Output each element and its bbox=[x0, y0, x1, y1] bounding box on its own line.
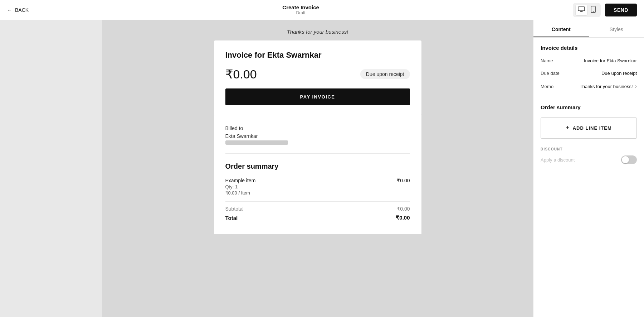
total-row: Total ₹0.00 bbox=[225, 215, 410, 221]
send-button[interactable]: SEND bbox=[605, 4, 637, 16]
topbar-right: SEND bbox=[573, 3, 637, 17]
detail-row-due-date: Due date Due upon receipt bbox=[541, 71, 637, 76]
desktop-view-button[interactable] bbox=[576, 5, 587, 15]
memo-value: Thanks for your business! bbox=[580, 84, 633, 89]
total-value: ₹0.00 bbox=[396, 215, 410, 221]
invoice-amount: ₹0.00 bbox=[225, 67, 257, 81]
main-layout: Thanks for your business! Invoice for Ek… bbox=[0, 20, 644, 317]
order-summary-section: Order summary Example item Qty: 1 ₹0.00 … bbox=[225, 162, 410, 221]
mobile-view-button[interactable] bbox=[589, 4, 598, 16]
page-subtitle: Draft bbox=[282, 10, 319, 15]
total-label: Total bbox=[225, 215, 238, 221]
billed-to-label: Billed to bbox=[225, 125, 410, 131]
panel-divider bbox=[541, 97, 637, 97]
add-line-item-label: ADD LINE ITEM bbox=[573, 125, 612, 131]
plus-icon: + bbox=[566, 124, 570, 132]
left-gutter bbox=[0, 20, 102, 317]
invoice-title: Invoice for Ekta Swarnkar bbox=[225, 51, 410, 60]
discount-section: DISCOUNT Apply a discount bbox=[541, 147, 637, 164]
add-line-item-button[interactable]: + ADD LINE ITEM bbox=[541, 117, 637, 139]
panel-content: Invoice details Name Invoice for Ekta Sw… bbox=[533, 38, 644, 317]
line-item-info: Example item Qty: 1 ₹0.00 / Item bbox=[225, 178, 256, 196]
item-name: Example item bbox=[225, 178, 256, 183]
discount-section-label: DISCOUNT bbox=[541, 147, 637, 151]
detail-row-name: Name Invoice for Ekta Swarnkar bbox=[541, 58, 637, 63]
memo-chevron-icon: › bbox=[635, 83, 637, 90]
billed-section: Billed to Ekta Swarnkar bbox=[225, 125, 410, 154]
due-date-value: Due upon receipt bbox=[601, 71, 637, 76]
discount-toggle[interactable] bbox=[621, 155, 637, 164]
right-panel: Content Styles Invoice details Name Invo… bbox=[533, 20, 644, 317]
topbar: ← BACK Create Invoice Draft SEND bbox=[0, 0, 644, 20]
back-arrow-icon: ← bbox=[7, 7, 12, 13]
invoice-details-title: Invoice details bbox=[541, 45, 637, 51]
tab-styles[interactable]: Styles bbox=[589, 20, 644, 37]
thanks-banner: Thanks for your business! bbox=[153, 20, 482, 40]
billed-email-blur bbox=[225, 140, 288, 145]
topbar-center: Create Invoice Draft bbox=[282, 4, 319, 15]
discount-row: Apply a discount bbox=[541, 155, 637, 164]
subtotal-label: Subtotal bbox=[225, 206, 244, 212]
svg-point-2 bbox=[593, 11, 594, 12]
invoice-card: Invoice for Ekta Swarnkar ₹0.00 Due upon… bbox=[214, 40, 421, 115]
line-item-total: ₹0.00 bbox=[397, 178, 410, 183]
invoice-amount-row: ₹0.00 Due upon receipt bbox=[225, 67, 410, 81]
page-title: Create Invoice bbox=[282, 4, 319, 10]
name-label: Name bbox=[541, 58, 553, 63]
back-button[interactable]: ← BACK bbox=[7, 7, 29, 13]
invoice-body: Billed to Ekta Swarnkar Order summary Ex… bbox=[214, 115, 421, 234]
order-summary-panel-title: Order summary bbox=[541, 104, 637, 110]
due-badge: Due upon receipt bbox=[360, 69, 410, 79]
discount-text: Apply a discount bbox=[541, 157, 575, 163]
subtotal-row: Subtotal ₹0.00 bbox=[225, 206, 410, 212]
billed-name: Ekta Swarnkar bbox=[225, 133, 410, 139]
summary-divider bbox=[225, 201, 410, 202]
detail-row-memo[interactable]: Memo Thanks for your business! › bbox=[541, 83, 637, 90]
name-value: Invoice for Ekta Swarnkar bbox=[584, 58, 637, 63]
panel-tabs: Content Styles bbox=[533, 20, 644, 38]
tab-content[interactable]: Content bbox=[533, 20, 589, 37]
pay-invoice-button[interactable]: PAY INVOICE bbox=[225, 88, 410, 105]
due-date-label: Due date bbox=[541, 71, 560, 76]
svg-rect-0 bbox=[578, 7, 585, 11]
back-label: BACK bbox=[15, 7, 29, 13]
memo-value-container[interactable]: Thanks for your business! › bbox=[580, 83, 637, 90]
memo-label: Memo bbox=[541, 84, 553, 89]
item-price-per: ₹0.00 / Item bbox=[225, 190, 256, 196]
subtotal-value: ₹0.00 bbox=[397, 206, 410, 212]
order-summary-title: Order summary bbox=[225, 162, 410, 170]
item-qty: Qty: 1 bbox=[225, 184, 256, 189]
toggle-thumb bbox=[622, 156, 629, 163]
preview-area: Thanks for your business! Invoice for Ek… bbox=[102, 20, 533, 317]
device-toggle bbox=[573, 3, 601, 17]
line-item: Example item Qty: 1 ₹0.00 / Item ₹0.00 bbox=[225, 178, 410, 196]
